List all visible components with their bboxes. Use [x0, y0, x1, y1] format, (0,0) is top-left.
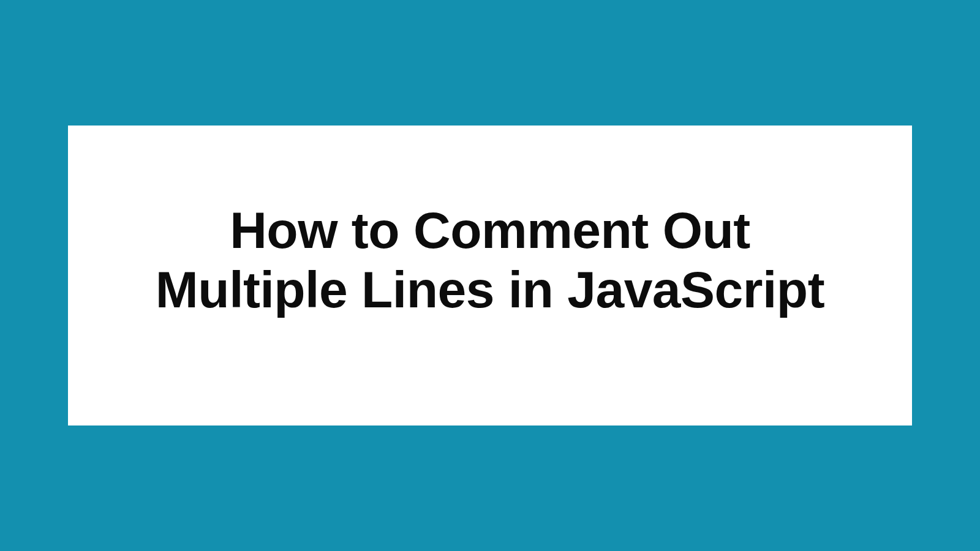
title-card: How to Comment Out Multiple Lines in Jav… [68, 126, 912, 425]
page-title: How to Comment Out Multiple Lines in Jav… [129, 201, 851, 319]
